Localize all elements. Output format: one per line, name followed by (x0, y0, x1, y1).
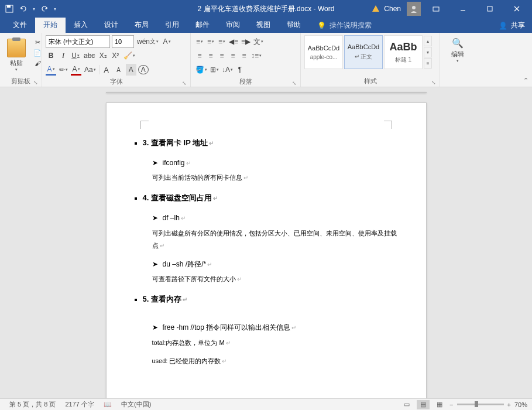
phonetic-guide-icon[interactable]: wén文 (136, 36, 160, 47)
svg-point-2 (412, 6, 416, 9)
borders-button[interactable]: ⊞ (209, 64, 220, 76)
share-button[interactable]: 共享 (511, 20, 525, 30)
user-avatar-icon[interactable] (407, 2, 421, 16)
zoom-slider[interactable] (457, 404, 504, 405)
styles-scroll-up-icon[interactable]: ▴ (424, 36, 432, 46)
paragraph-group-label: 段落 (194, 76, 297, 86)
ribbon-options-icon[interactable] (424, 0, 448, 18)
style-name: ↵ 正文 (355, 53, 373, 61)
save-icon[interactable] (5, 4, 14, 13)
tab-file[interactable]: 文件 (5, 17, 35, 33)
search-icon: 🔍 (452, 37, 464, 49)
decrease-indent-button[interactable]: ◀≡ (228, 36, 239, 47)
styles-group-label: 样式 (304, 76, 436, 86)
zoom-in-button[interactable]: + (507, 401, 511, 408)
subscript-button[interactable]: X₂ (98, 50, 108, 62)
style-normal[interactable]: AaBbCcDd ↵ 正文 (344, 35, 383, 69)
char-shading-button[interactable]: A (126, 64, 136, 76)
tab-mailings[interactable]: 邮件 (187, 17, 218, 33)
qat-customize-icon[interactable]: ▾ (54, 6, 56, 12)
paragraph-text: 可查看路径下所有文件的大小 (135, 273, 398, 285)
lightbulb-icon: 💡 (317, 22, 326, 30)
increase-indent-button[interactable]: ≡▶ (240, 36, 252, 47)
tab-references[interactable]: 引用 (157, 17, 187, 33)
page-count[interactable]: 第 5 页，共 8 页 (5, 400, 60, 409)
format-painter-icon[interactable]: 🖌 (32, 59, 43, 68)
line-spacing-button[interactable]: ↕≡ (250, 50, 263, 62)
styles-scroll-down-icon[interactable]: ▾ (424, 47, 432, 57)
align-left-button[interactable]: ≡ (194, 50, 205, 62)
bold-button[interactable]: B (46, 50, 56, 62)
shrink-font-button[interactable]: A (114, 64, 124, 76)
style-heading1[interactable]: AaBb 标题 1 (384, 35, 423, 69)
editing-dropdown-icon[interactable]: ▾ (457, 59, 459, 63)
styles-expand-icon[interactable]: ≡ (424, 58, 432, 69)
font-size-select[interactable] (112, 35, 134, 48)
share-icon[interactable]: 👤 (499, 22, 507, 30)
strikethrough-button[interactable]: abc (83, 50, 96, 62)
style-apple-co[interactable]: AaBbCcDd apple-co... (304, 35, 343, 69)
tab-view[interactable]: 视图 (248, 17, 279, 33)
numbering-button[interactable]: ≡ (205, 36, 216, 47)
maximize-button[interactable] (478, 0, 502, 18)
heading-5: 5. 查看内存 (135, 292, 398, 307)
undo-dropdown-icon[interactable]: ▾ (33, 6, 35, 12)
page-prev-bottom[interactable] (106, 92, 427, 93)
distribute-button[interactable]: ≡ (239, 50, 249, 62)
align-right-button[interactable]: ≡ (217, 50, 227, 62)
highlight-color-button[interactable]: ✏ (58, 64, 69, 76)
char-border-icon[interactable]: A (162, 36, 172, 47)
italic-button[interactable]: I (58, 50, 68, 62)
asian-layout-button[interactable]: 文 (252, 36, 265, 47)
document-canvas[interactable]: 3. 查看网卡 IP 地址 ➤ifconfig 可列出当前活动的所有网卡信息 4… (0, 87, 532, 399)
zoom-level[interactable]: 70% (514, 401, 527, 408)
undo-icon[interactable] (19, 4, 28, 13)
paste-button[interactable]: 粘贴 ▾ (4, 35, 29, 76)
font-color-button[interactable]: A (71, 64, 81, 76)
warning-icon (371, 4, 380, 13)
paste-dropdown-icon[interactable]: ▾ (15, 67, 18, 72)
superscript-button[interactable]: X² (110, 50, 121, 62)
align-center-button[interactable]: ≡ (205, 50, 216, 62)
change-case-button[interactable]: Aa (83, 64, 97, 76)
grow-font-button[interactable]: A (101, 64, 112, 76)
tab-review[interactable]: 审阅 (218, 17, 248, 33)
tell-me-search[interactable]: 💡 操作说明搜索 (309, 20, 380, 33)
sort-button[interactable]: ↓A (221, 64, 234, 76)
clipboard-group-label: 剪贴板 (4, 76, 38, 86)
tab-insert[interactable]: 插入 (66, 17, 96, 33)
tab-design[interactable]: 设计 (96, 17, 126, 33)
print-layout-icon[interactable]: ▤ (417, 400, 430, 409)
multilevel-list-button[interactable]: ≡ (217, 36, 227, 47)
read-mode-icon[interactable]: ▭ (400, 400, 413, 409)
page-current[interactable]: 3. 查看网卡 IP 地址 ➤ifconfig 可列出当前活动的所有网卡信息 4… (106, 102, 427, 399)
font-name-select[interactable] (46, 35, 110, 48)
text-effects-button[interactable]: A (46, 64, 56, 76)
redo-icon[interactable] (40, 4, 49, 13)
minimize-button[interactable] (451, 0, 475, 18)
underline-button[interactable]: U (70, 50, 81, 62)
close-button[interactable] (505, 0, 528, 18)
list-item: ➤df –lh (135, 211, 398, 225)
heading-4: 4. 查看磁盘空间占用 (135, 191, 398, 206)
clear-formatting-icon[interactable]: 🧹 (122, 50, 136, 62)
spell-check-icon[interactable]: 📖 (99, 401, 116, 408)
copy-icon[interactable]: 📄 (32, 48, 43, 57)
enclose-char-button[interactable]: A (138, 65, 149, 74)
web-layout-icon[interactable]: ▦ (433, 400, 446, 409)
shading-button[interactable]: 🪣 (194, 64, 208, 76)
zoom-out-button[interactable]: − (449, 401, 453, 408)
tab-home[interactable]: 开始 (35, 17, 66, 33)
find-button[interactable]: 🔍 编辑 ▾ (444, 35, 472, 66)
word-count[interactable]: 2177 个字 (60, 400, 99, 409)
justify-button[interactable]: ≡ (228, 50, 238, 62)
bullets-button[interactable]: ≡ (194, 36, 205, 47)
tab-help[interactable]: 帮助 (279, 17, 309, 33)
document-title: 2 扁平化车道收费系统维护手册.docx - Word (198, 4, 335, 14)
user-name[interactable]: Chen (384, 5, 401, 13)
language-status[interactable]: 中文(中国) (116, 400, 156, 409)
collapse-ribbon-icon[interactable]: ⌃ (523, 77, 528, 84)
tab-layout[interactable]: 布局 (126, 17, 157, 33)
cut-icon[interactable]: ✂ (32, 37, 43, 47)
show-marks-button[interactable]: ¶ (235, 64, 245, 76)
